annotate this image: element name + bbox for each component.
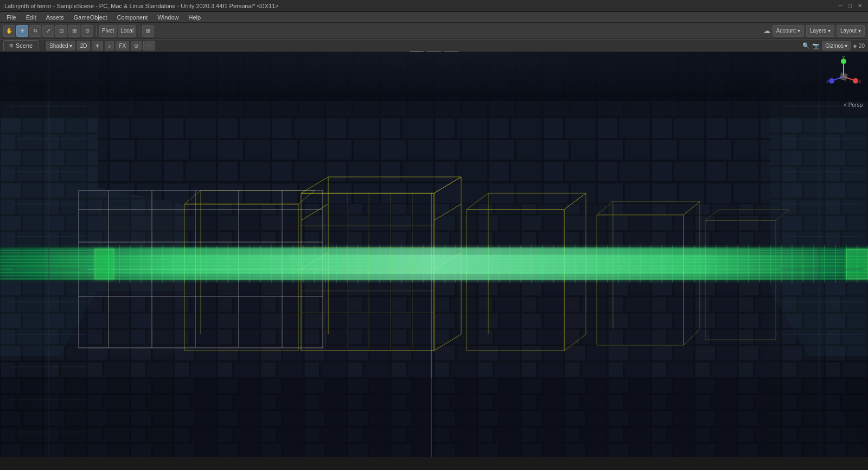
rect-tool[interactable]: ⊡ bbox=[55, 25, 67, 37]
svg-text:X: X bbox=[858, 79, 861, 84]
minimize-button[interactable]: ─ bbox=[837, 2, 844, 10]
scene-tab[interactable]: ⊞ Scene bbox=[3, 40, 39, 51]
audio-button[interactable]: ♪ bbox=[105, 41, 114, 50]
gizmos-dropdown[interactable]: Gizmos ▾ bbox=[822, 41, 851, 50]
shaded-label: Shaded bbox=[49, 43, 68, 49]
scene-viewport bbox=[0, 52, 868, 457]
gizmos-chevron: ▾ bbox=[845, 43, 847, 49]
menu-gameobject[interactable]: GameObject bbox=[69, 13, 112, 22]
shaded-dropdown[interactable]: Shaded ▾ bbox=[46, 41, 75, 50]
rotate-tool[interactable]: ↻ bbox=[29, 25, 41, 37]
collab-icon: ☁ bbox=[763, 27, 770, 35]
menu-bar: File Edit Assets GameObject Component Wi… bbox=[0, 12, 868, 23]
main-toolbar: ✋ ✛ ↻ ⤢ ⊡ ⊞ ⊙ Pivot Local ⊞ ▶ ⏸ ⏭ ☁ Acco… bbox=[0, 23, 868, 39]
grid-button[interactable]: ⊞ bbox=[142, 25, 154, 37]
separator-1 bbox=[96, 26, 97, 36]
transform-tool[interactable]: ⊞ bbox=[68, 25, 80, 37]
svg-rect-146 bbox=[95, 249, 114, 279]
menu-window[interactable]: Window bbox=[153, 13, 183, 22]
hand-tool[interactable]: ✋ bbox=[3, 25, 15, 37]
separator-2 bbox=[139, 26, 139, 36]
toolbar-right: ☁ Account ▾ Layers ▾ Layout ▾ bbox=[763, 25, 865, 37]
scene-tab-icon: ⊞ bbox=[9, 43, 14, 48]
axis-gizmo: Y X Z bbox=[822, 55, 865, 104]
account-label: Account bbox=[776, 28, 796, 34]
custom-tool[interactable]: ⊙ bbox=[81, 25, 93, 37]
scale-tool[interactable]: ⤢ bbox=[42, 25, 54, 37]
account-chevron: ▾ bbox=[797, 28, 800, 34]
pivot-button[interactable]: Pivot bbox=[99, 25, 117, 37]
layers-chevron: ▾ bbox=[828, 28, 831, 34]
camera-icon: 📷 bbox=[812, 42, 820, 49]
menu-assets[interactable]: Assets bbox=[42, 13, 68, 22]
svg-rect-190 bbox=[840, 73, 848, 81]
maximize-button[interactable]: □ bbox=[846, 2, 854, 10]
scene-view[interactable]: Y X Z < Persp bbox=[0, 52, 868, 457]
scene-extra-button[interactable]: ⋯ bbox=[143, 41, 155, 50]
svg-rect-179 bbox=[0, 378, 868, 457]
layers-label: Layers bbox=[810, 28, 826, 34]
search-icon: 🔍 bbox=[802, 42, 810, 49]
scene-tab-bar: ⊞ Scene Shaded ▾ 2D ☀ ♪ FX ⊙ ⋯ 🔍 📷 Gizmo… bbox=[0, 39, 868, 52]
scene-view-button[interactable]: ⊙ bbox=[131, 41, 142, 50]
menu-help[interactable]: Help bbox=[184, 13, 205, 22]
layout-dropdown[interactable]: Layout ▾ bbox=[837, 25, 865, 37]
move-tool[interactable]: ✛ bbox=[16, 25, 28, 37]
lighting-button[interactable]: ☀ bbox=[92, 41, 103, 50]
scale-display: ◈ 20 bbox=[853, 43, 865, 49]
mode-2d-button[interactable]: 2D bbox=[77, 41, 91, 50]
fx-button[interactable]: FX bbox=[116, 41, 129, 50]
shaded-chevron: ▾ bbox=[69, 43, 72, 49]
title-text: Labirynth of terror - SampleScene - PC, … bbox=[4, 3, 279, 9]
svg-point-188 bbox=[829, 78, 834, 84]
svg-text:Y: Y bbox=[842, 55, 845, 60]
svg-point-185 bbox=[853, 78, 858, 84]
menu-component[interactable]: Component bbox=[112, 13, 152, 22]
layout-label: Layout bbox=[840, 28, 857, 34]
transform-tools: ✋ ✛ ↻ ⤢ ⊡ ⊞ ⊙ bbox=[3, 25, 93, 37]
title-bar: Labirynth of terror - SampleScene - PC, … bbox=[0, 0, 868, 12]
svg-rect-147 bbox=[846, 249, 868, 279]
close-button[interactable]: ✕ bbox=[856, 2, 864, 10]
local-button[interactable]: Local bbox=[118, 25, 136, 37]
svg-rect-180 bbox=[0, 52, 868, 101]
menu-edit[interactable]: Edit bbox=[22, 13, 41, 22]
scene-tab-label: Scene bbox=[16, 42, 33, 49]
gizmos-label: Gizmos bbox=[825, 43, 844, 49]
pivot-group: Pivot Local bbox=[99, 25, 136, 37]
sep3 bbox=[42, 41, 42, 50]
account-dropdown[interactable]: Account ▾ bbox=[773, 25, 804, 37]
layout-chevron: ▾ bbox=[858, 28, 861, 34]
window-controls: ─ □ ✕ bbox=[837, 2, 864, 10]
layers-dropdown[interactable]: Layers ▾ bbox=[806, 25, 834, 37]
menu-file[interactable]: File bbox=[2, 13, 21, 22]
svg-text:Z: Z bbox=[826, 79, 829, 84]
